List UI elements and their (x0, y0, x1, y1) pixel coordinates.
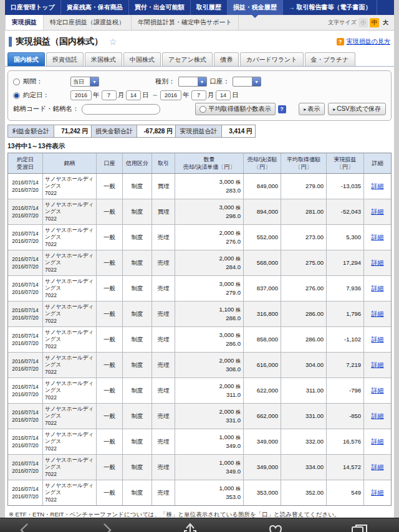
detail-link[interactable]: 詳細 (372, 412, 384, 420)
product-tab[interactable]: 債券 (214, 52, 239, 66)
to-month-input[interactable]: 7 (191, 90, 206, 100)
detail-link[interactable]: 詳細 (372, 361, 384, 369)
month-suffix: 月 (208, 91, 214, 100)
detail-link[interactable]: 詳細 (372, 207, 384, 216)
favorite-star-icon[interactable]: ☆ (109, 37, 117, 47)
font-size-small-button[interactable]: 小 (358, 18, 368, 27)
row-amount: 349,000 (243, 429, 281, 454)
row-avg-price: 273.00 (281, 225, 326, 250)
type-select[interactable]: ▼ (178, 77, 207, 87)
product-tab-label: 金・プラチナ (311, 55, 349, 64)
row-dates: 2016/07/14 2016/07/20 (8, 429, 42, 454)
loss-total-value: -67,828 円 (137, 125, 176, 138)
product-tab[interactable]: 中国株式 (123, 52, 161, 66)
row-trade: 売埋 (151, 327, 175, 352)
detail-link[interactable]: 詳細 (372, 259, 384, 267)
row-trade: 売埋 (151, 225, 175, 250)
row-margin-type: 制度 (122, 455, 151, 480)
detail-link[interactable]: 詳細 (372, 335, 384, 344)
detail-link[interactable]: 詳細 (372, 182, 384, 191)
detail-link[interactable]: 詳細 (372, 284, 384, 293)
settle-date: 2016/07/20 (12, 237, 39, 245)
topnav-item[interactable]: 買付・出金可能額 (129, 0, 191, 15)
day-suffix: 日 (142, 91, 149, 100)
settle-date: 2016/07/20 (12, 263, 39, 270)
csv-save-button[interactable]: ▸ CSV形式で保存 (328, 103, 386, 115)
product-tab-label: 債券 (220, 55, 233, 64)
font-size-label: 文字サイズ (328, 19, 357, 27)
settle-date: 2016/07/20 (12, 340, 39, 347)
settle-date: 2016/07/20 (12, 212, 39, 219)
row-symbol: サノヤスホールディングス 7022 (42, 250, 96, 275)
row-realized-pl: 5,300 (326, 225, 363, 250)
detail-link[interactable]: 詳細 (372, 437, 384, 446)
filter-row-date: 約定日： 2016 年 7 月 14 日 ～ 2016 年 7 月 14 日 (13, 88, 386, 102)
row-trade: 売埋 (151, 404, 175, 429)
subnav-item[interactable]: 実現損益 (5, 15, 44, 30)
row-detail: 詳細 (363, 250, 391, 275)
row-symbol: サノヤスホールディングス 7022 (42, 455, 96, 480)
show-button[interactable]: ▸ 表示 (299, 103, 325, 115)
font-size-control: 文字サイズ 小 中 大 (328, 15, 394, 30)
unit-price: 308.0 (226, 365, 241, 374)
trade-date-radio[interactable] (13, 92, 20, 99)
help-link[interactable]: 実現損益の見方 (347, 37, 390, 46)
product-tab[interactable]: 金・プラチナ (305, 52, 355, 66)
detail-link[interactable]: 詳細 (372, 488, 384, 497)
quantity-unit: 株 (236, 333, 241, 338)
from-month-input[interactable]: 7 (102, 90, 117, 100)
row-symbol: サノヤスホールディングス 7022 (42, 480, 96, 505)
back-icon[interactable] (16, 521, 34, 532)
row-margin-type: 制度 (122, 276, 151, 301)
product-tab[interactable]: 投資信託 (46, 52, 84, 66)
tabs-icon[interactable] (350, 521, 368, 532)
trade-date: 2016/07/14 (12, 460, 39, 467)
row-avg-price: 311.00 (281, 378, 326, 403)
product-tab[interactable]: カバードワラント (240, 52, 304, 66)
to-year-input[interactable]: 2016 (160, 90, 181, 100)
detail-link[interactable]: 詳細 (372, 233, 384, 242)
quantity-unit: 株 (236, 205, 241, 211)
topnav-item[interactable]: 資産残高・保有商品 (61, 0, 129, 15)
bookmarks-heart-icon[interactable] (266, 521, 285, 532)
symbol-code: 7022 (45, 394, 57, 401)
avg-price-toggle-button[interactable]: 平均取得価額小数表示 (195, 103, 276, 115)
product-tab[interactable]: 国内株式 (7, 52, 45, 66)
footnote: ※ ETF・ETN・REIT・ベンチャーファンドについては、「株」と単位表示され… (9, 511, 390, 518)
quantity-unit: 株 (236, 179, 241, 185)
share-icon[interactable] (181, 521, 200, 532)
symbol-input[interactable] (82, 104, 160, 115)
account-select-value (233, 77, 252, 86)
account-select[interactable]: ▼ (233, 77, 261, 87)
topnav-item[interactable]: 口座管理トップ (5, 0, 61, 15)
subnav-item[interactable]: 特定口座損益（譲渡益税） (44, 15, 132, 30)
product-tab[interactable]: 米国株式 (85, 52, 122, 66)
subnav-item[interactable]: 年間損益計算・確定申告サポート (132, 15, 239, 30)
table-row: 2016/07/14 2016/07/20 サノヤスホールディングス 7022 … (8, 454, 391, 480)
row-quantity-price: 3,000 株 286.0 (175, 327, 243, 352)
detail-link[interactable]: 詳細 (372, 310, 384, 318)
trade-date: 2016/07/14 (12, 179, 39, 186)
forward-icon[interactable] (97, 521, 116, 532)
font-size-large-button[interactable]: 大 (381, 18, 390, 27)
row-realized-pl: 7,219 (326, 353, 363, 378)
detail-link[interactable]: 詳細 (372, 386, 384, 395)
quantity-unit: 株 (236, 230, 241, 236)
font-size-medium-button[interactable]: 中 (370, 18, 379, 27)
site-content: 口座管理トップ 資産残高・保有商品 買付・出金可能額 取引履歴 損益・税金履歴 (5, 0, 394, 518)
topnav-item[interactable]: → 取引報告書等（電子書面） (283, 0, 378, 15)
product-tab-label: 国内株式 (14, 55, 39, 64)
row-amount: 662,000 (243, 404, 281, 429)
detail-link[interactable]: 詳細 (372, 463, 384, 472)
from-day-input[interactable]: 14 (126, 90, 141, 100)
question-icon[interactable]: ? (278, 105, 286, 113)
period-radio[interactable] (13, 78, 20, 85)
from-year-input[interactable]: 2016 (70, 90, 92, 100)
avg-price-toggle-label: 平均取得価額小数表示 (209, 105, 271, 113)
quantity-unit: 株 (236, 307, 241, 313)
period-select[interactable]: 当日 ▼ (70, 77, 99, 87)
topnav-item[interactable]: 損益・税金履歴 (228, 0, 283, 15)
product-tab[interactable]: アセアン株式 (162, 52, 213, 66)
topnav-item[interactable]: 取引履歴 (191, 0, 228, 15)
to-day-input[interactable]: 14 (216, 90, 231, 100)
